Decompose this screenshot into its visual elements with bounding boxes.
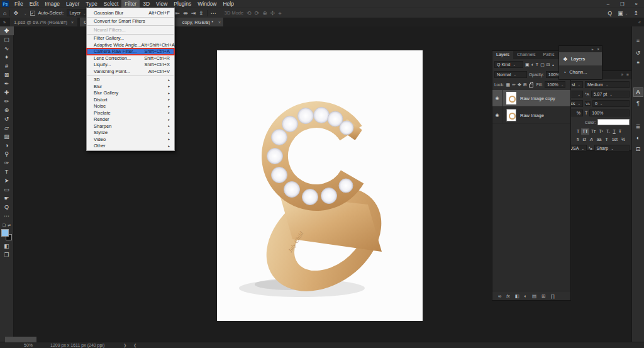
fill-field[interactable]: 100% ⌄ [545, 81, 565, 88]
visibility-eye-icon[interactable]: ◉ [492, 107, 502, 123]
magic-wand-tool[interactable]: ✦ [0, 53, 14, 62]
menu-item-adaptive-wide-angle[interactable]: Adaptive Wide Angle... Alt+Shift+Ctrl+A [87, 42, 174, 48]
history-brush-tool[interactable]: ↺ [0, 115, 14, 123]
flyout-item-layers[interactable]: ❖ Layers [559, 52, 602, 65]
fractions-button[interactable]: ½ [620, 137, 626, 143]
menu-item-noise[interactable]: Noise ▸ [87, 103, 174, 110]
zoom-tool[interactable]: Q [0, 203, 14, 211]
menu-help[interactable]: Help [219, 0, 236, 8]
antialias-dropdown[interactable]: Sharp ⌄ [594, 145, 630, 152]
menu-edit[interactable]: Edit [26, 0, 42, 8]
crop-tool[interactable]: # [0, 62, 14, 70]
menu-item-pixelate[interactable]: Pixelate ▸ [87, 109, 174, 116]
3d-orbit-icon[interactable]: ⟲ [247, 8, 252, 18]
properties-icon[interactable]: ≡ [633, 36, 643, 46]
titling-alt-button[interactable]: T [604, 137, 609, 143]
screen-mode-button[interactable]: ❐ [0, 250, 14, 259]
type-tool[interactable]: T [0, 167, 14, 176]
swap-colors-icon[interactable]: ⇄ [8, 223, 11, 227]
distribute-left-icon[interactable]: ⇤ [175, 8, 180, 18]
filter-pixel-icon[interactable]: ▣ [525, 62, 530, 67]
vertical-scale-field[interactable]: 100% [589, 109, 630, 116]
link-layers-icon[interactable]: ∞ [498, 293, 501, 299]
search-icon[interactable]: Q [608, 8, 612, 18]
delete-layer-icon[interactable]: ∏ [550, 293, 554, 299]
clone-stamp-tool[interactable]: ⊛ [0, 106, 14, 115]
menu-window[interactable]: Window [194, 0, 219, 8]
menu-item-video[interactable]: Video ▸ [87, 136, 174, 143]
strikethrough-button[interactable]: Ŧ [618, 128, 623, 135]
prev-icon[interactable]: ❮ [133, 343, 136, 347]
history-icon[interactable]: ↺ [633, 48, 643, 58]
share-icon[interactable]: ↥ [633, 8, 638, 18]
subscript-button[interactable]: T. [605, 128, 611, 135]
menu-view[interactable]: View [153, 0, 170, 8]
glyphs-icon[interactable]: ≣ [633, 122, 643, 132]
menu-image[interactable]: Image [42, 0, 63, 8]
3d-camera-icon[interactable]: ⌖ [278, 8, 281, 18]
menu-item-filter-gallery[interactable]: Filter Gallery... [87, 35, 174, 42]
all-caps-button[interactable]: TT [581, 128, 589, 135]
tab-overflow-right-icon[interactable]: « [638, 20, 644, 25]
menu-file[interactable]: File [11, 0, 26, 8]
lock-all-icon[interactable] [529, 84, 533, 87]
next-icon[interactable]: ❯ [123, 343, 126, 347]
tab-paths[interactable]: Paths [540, 51, 558, 59]
workspace-icon[interactable]: ▣ [618, 8, 623, 18]
menu-item-camera-raw-filter[interactable]: Camera Raw Filter... Shift+Ctrl+A [87, 48, 174, 55]
swash-button[interactable]: A [589, 137, 594, 143]
filter-shape-icon[interactable]: ▢ [540, 62, 545, 67]
close-button[interactable]: × [635, 1, 638, 7]
chevron-down-icon[interactable]: ⌄ [24, 11, 27, 15]
quick-mask-button[interactable]: ◧ [0, 242, 14, 250]
eraser-tool[interactable]: ▱ [0, 123, 14, 132]
superscript-button[interactable]: T¹ [597, 128, 604, 135]
leading-dropdown[interactable]: 5.87 pt ⌄ [591, 91, 630, 98]
layer-effects-icon[interactable]: fx [506, 294, 509, 298]
faux-bold-button[interactable]: T [575, 128, 580, 135]
hand-tool[interactable]: ☛ [0, 194, 14, 203]
tab-layers[interactable]: Layers [492, 51, 513, 59]
path-select-tool[interactable]: ➤ [0, 176, 14, 185]
lock-artboard-icon[interactable]: ⊞ [523, 82, 527, 87]
close-icon[interactable]: × [597, 47, 599, 51]
close-icon[interactable]: × [71, 20, 74, 25]
stylistic-alt-button[interactable]: aa [596, 137, 603, 143]
more-options-icon[interactable]: ⋯ [211, 8, 216, 18]
menu-plugins[interactable]: Plugins [170, 0, 194, 8]
filter-kind-dropdown[interactable]: Q Kind ⌄ [494, 61, 523, 68]
menu-item-blur[interactable]: Blur ▸ [87, 83, 174, 90]
collapse-icon[interactable]: » [591, 47, 593, 51]
home-icon[interactable]: ⌂ [3, 8, 6, 18]
menu-item-other[interactable]: Other ▸ [87, 143, 174, 150]
menu-layer[interactable]: Layer [63, 0, 82, 8]
new-group-icon[interactable]: ▤ [532, 293, 536, 299]
font-style-dropdown[interactable]: Medium ⌄ [585, 81, 630, 88]
marquee-tool[interactable]: ▢ [0, 35, 14, 44]
comments-icon[interactable]: ❝ [633, 59, 643, 69]
distribute-vertical-icon[interactable]: ⇳ [199, 8, 204, 18]
menu-item-sharpen[interactable]: Sharpen ▸ [87, 123, 174, 130]
filter-adjustment-icon[interactable]: ◐ [531, 62, 534, 67]
menu-select[interactable]: Select [101, 0, 122, 8]
ligatures-button[interactable]: fi [575, 137, 580, 143]
libraries-icon[interactable]: ⊡ [633, 145, 643, 154]
add-mask-icon[interactable]: ◧ [514, 293, 519, 299]
menu-item-stylize[interactable]: Stylize ▸ [87, 130, 174, 137]
menu-type[interactable]: Type [82, 0, 100, 8]
eyedropper-tool[interactable]: ✒ [0, 79, 14, 88]
menu-item-liquify[interactable]: Liquify... Shift+Ctrl+X [87, 62, 174, 69]
lock-pixels-icon[interactable]: ✏ [512, 82, 516, 87]
distribute-right-icon[interactable]: ⇥ [191, 8, 196, 18]
lock-transparent-icon[interactable]: ▦ [506, 82, 511, 87]
filter-type-icon[interactable]: T [536, 62, 538, 67]
default-colors-icon[interactable]: ❏ [3, 223, 6, 227]
menu-item-vanishing-point[interactable]: Vanishing Point... Alt+Ctrl+V [87, 68, 174, 75]
chevron-down-icon[interactable]: ⌄ [625, 11, 628, 15]
gradient-tool[interactable]: ▨ [0, 132, 14, 141]
filter-smart-icon[interactable]: ⊡ [547, 62, 550, 67]
canvas-document[interactable]: July Child [217, 50, 423, 321]
move-tool[interactable]: ✥ [0, 26, 14, 35]
menu-item-render[interactable]: Render ▸ [87, 116, 174, 123]
character-icon[interactable]: A [633, 87, 643, 97]
